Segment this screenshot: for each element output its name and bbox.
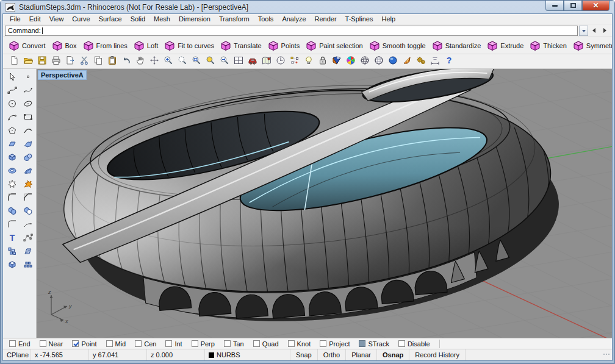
- select-arrow-tool-button[interactable]: [4, 71, 20, 84]
- explode-tool-button[interactable]: [4, 178, 20, 191]
- surface-patch-tool-button[interactable]: [20, 165, 35, 178]
- boolean-union-tool-button[interactable]: [4, 205, 20, 218]
- rotate-view-button[interactable]: [148, 55, 160, 68]
- box-tool-button[interactable]: [4, 151, 20, 165]
- curved-surface-tool-button[interactable]: [20, 138, 35, 151]
- save-button[interactable]: [36, 55, 48, 68]
- options-gears-button[interactable]: [415, 55, 427, 68]
- fillet-edge-tool-button[interactable]: [4, 191, 20, 205]
- hatch-tool-button[interactable]: [20, 245, 35, 259]
- block-tool-button[interactable]: [4, 245, 20, 259]
- zoom-in-button[interactable]: [162, 55, 174, 68]
- polygon-tool-button[interactable]: [4, 124, 20, 138]
- torus-tool-button[interactable]: [4, 165, 20, 178]
- checkbox-quad[interactable]: [253, 340, 260, 347]
- tsplines-standardize-button[interactable]: Standardize: [430, 38, 484, 53]
- menu-curve[interactable]: Curve: [68, 15, 94, 23]
- tsplines-points-button[interactable]: Points: [266, 38, 303, 53]
- open-file-button[interactable]: [22, 55, 34, 68]
- undo-button[interactable]: [120, 55, 132, 68]
- array-tool-button[interactable]: [20, 259, 35, 272]
- checkbox-mid[interactable]: [106, 340, 113, 347]
- command-input[interactable]: Command:: [5, 26, 578, 36]
- new-file-button[interactable]: [8, 55, 20, 68]
- boolean-difference-tool-button[interactable]: [20, 205, 35, 218]
- menu-view[interactable]: View: [45, 15, 68, 23]
- single-point-tool-button[interactable]: [20, 71, 35, 84]
- menu-tools[interactable]: Tools: [254, 15, 278, 23]
- checkbox-end[interactable]: [9, 340, 16, 347]
- menu-solid[interactable]: Solid: [126, 15, 149, 23]
- checkbox-point[interactable]: [72, 340, 79, 347]
- render-grid-sphere-button[interactable]: [373, 55, 385, 68]
- checkbox-disable[interactable]: [398, 340, 405, 347]
- zoom-extents-button[interactable]: [218, 55, 231, 68]
- zoom-window-button[interactable]: [190, 55, 203, 68]
- edit-points-tool-button[interactable]: [20, 232, 35, 245]
- resize-grip[interactable]: [603, 354, 612, 357]
- export-button[interactable]: [64, 55, 76, 68]
- set-view-button[interactable]: [275, 55, 287, 68]
- osnap-toggle-perp[interactable]: Perp: [192, 340, 215, 348]
- checkbox-cen[interactable]: [135, 340, 142, 347]
- checkbox-knot[interactable]: [288, 340, 295, 347]
- rectangle-tool-button[interactable]: [20, 111, 35, 124]
- zoom-dynamic-button[interactable]: [176, 55, 189, 68]
- surface-plane-tool-button[interactable]: [4, 138, 20, 151]
- shade-view-button[interactable]: [331, 55, 343, 68]
- menu-analyze[interactable]: Analyze: [278, 15, 310, 23]
- smash-tool-button[interactable]: [20, 178, 35, 191]
- command-history-spinner[interactable]: [579, 26, 588, 36]
- osnap-toggle-disable[interactable]: Disable: [398, 340, 430, 348]
- tsplines-smooth-toggle-button[interactable]: Smooth toggle: [367, 38, 428, 53]
- tsplines-symmetry-button[interactable]: Symmetry: [571, 38, 612, 53]
- tsplines-paint-selection-button[interactable]: Paint selection: [304, 38, 365, 53]
- menu-transform[interactable]: Transform: [215, 15, 254, 23]
- curve-interpolate-tool-button[interactable]: [20, 84, 35, 98]
- viewport-title-label[interactable]: PerspectiveA: [38, 70, 87, 80]
- print-button[interactable]: [50, 55, 62, 68]
- solid-face-tool-button[interactable]: [4, 259, 20, 272]
- extend-curve-tool-button[interactable]: [20, 218, 35, 232]
- paste-button[interactable]: [106, 55, 118, 68]
- tsplines-thicken-button[interactable]: Thicken: [528, 38, 569, 53]
- move-button[interactable]: [246, 55, 259, 68]
- osnap-points-button[interactable]: [289, 55, 301, 68]
- osnap-toggle-tan[interactable]: Tan: [224, 340, 244, 348]
- menu-file[interactable]: File: [5, 15, 25, 23]
- pan-button[interactable]: [134, 55, 146, 68]
- ellipse-tool-button[interactable]: [20, 98, 35, 111]
- sphere-tool-button[interactable]: [20, 151, 35, 165]
- menu-mesh[interactable]: Mesh: [149, 15, 174, 23]
- checkbox-strack[interactable]: [359, 340, 365, 347]
- status-pane-snap[interactable]: Snap: [290, 349, 318, 360]
- copy-button[interactable]: [92, 55, 104, 68]
- scroll-right-button[interactable]: [599, 26, 610, 36]
- cplane-button[interactable]: CPlane: [3, 349, 31, 360]
- tsplines-fit-to-curves-button[interactable]: Fit to curves: [162, 38, 217, 53]
- cut-button[interactable]: [78, 55, 90, 68]
- menu-dimension[interactable]: Dimension: [174, 15, 215, 23]
- render-button[interactable]: [345, 55, 357, 68]
- named-view-button[interactable]: [261, 55, 273, 68]
- status-pane-planar[interactable]: Planar: [346, 349, 377, 360]
- osnap-toggle-project[interactable]: Project: [320, 340, 350, 348]
- zoom-selected-button[interactable]: [204, 55, 217, 68]
- lock-button[interactable]: [317, 55, 329, 68]
- menu-help[interactable]: Help: [377, 15, 400, 23]
- osnap-toggle-near[interactable]: Near: [40, 340, 63, 348]
- tsplines-from-lines-button[interactable]: From lines: [81, 38, 130, 53]
- perspective-viewport[interactable]: PerspectiveA z y x: [37, 69, 612, 338]
- osnap-toggle-strack[interactable]: STrack: [359, 340, 389, 348]
- osnap-toggle-knot[interactable]: Knot: [288, 340, 311, 348]
- minimize-button[interactable]: [545, 1, 564, 11]
- tsplines-box-button[interactable]: Box: [50, 38, 79, 53]
- checkbox-perp[interactable]: [192, 340, 198, 347]
- status-pane-ortho[interactable]: Ortho: [318, 349, 347, 360]
- freeform-curve-tool-button[interactable]: [20, 124, 35, 138]
- osnap-toggle-end[interactable]: End: [9, 340, 31, 348]
- osnap-toggle-point[interactable]: Point: [72, 340, 96, 348]
- menu-t-splines[interactable]: T-Splines: [341, 15, 378, 23]
- checkbox-int[interactable]: [165, 340, 172, 347]
- osnap-toggle-quad[interactable]: Quad: [253, 340, 279, 348]
